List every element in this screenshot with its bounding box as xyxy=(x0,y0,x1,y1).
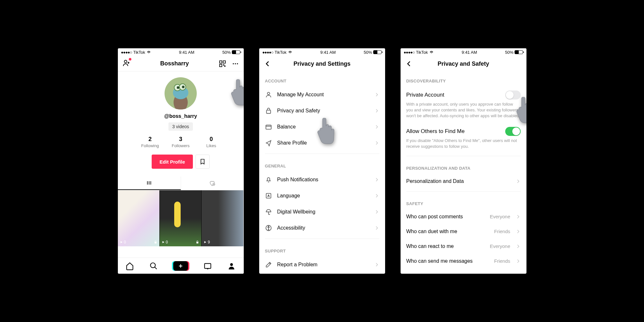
tab-liked[interactable] xyxy=(181,176,244,190)
chevron-right-icon xyxy=(374,140,379,146)
page-title: Bossharry xyxy=(160,60,189,67)
chevron-right-icon xyxy=(374,193,379,198)
wifi-icon xyxy=(288,50,292,54)
play-icon xyxy=(162,241,165,244)
carrier-label: TikTok xyxy=(133,50,145,55)
likes-stat[interactable]: 0Likes xyxy=(196,136,227,148)
nav-profile[interactable] xyxy=(227,261,236,270)
row-share-profile[interactable]: Share Profile xyxy=(259,135,385,151)
nav-home[interactable] xyxy=(125,261,134,270)
row-who-message[interactable]: Who can send me messagesFriends xyxy=(401,254,526,269)
play-icon xyxy=(120,241,123,244)
clock: 9:41 AM xyxy=(320,50,336,55)
nav-inbox[interactable] xyxy=(203,261,212,270)
row-accessibility[interactable]: Accessibility xyxy=(259,220,385,236)
svg-rect-5 xyxy=(224,65,226,67)
wifi-icon xyxy=(147,50,151,54)
svg-rect-22 xyxy=(266,110,270,113)
battery-icon xyxy=(515,50,523,54)
row-who-react[interactable]: Who can react to meEveryone xyxy=(401,239,526,254)
svg-point-20 xyxy=(230,263,233,266)
svg-rect-1 xyxy=(220,61,222,63)
lock-icon xyxy=(195,240,199,244)
svg-rect-17 xyxy=(196,242,198,243)
svg-point-7 xyxy=(235,63,236,64)
private-account-toggle[interactable] xyxy=(505,90,521,99)
avatar[interactable] xyxy=(165,77,197,109)
signal-dots: ●●●●○ xyxy=(121,50,132,55)
row-who-comment[interactable]: Who can post commentsEveryone xyxy=(401,209,526,224)
row-manage-account[interactable]: Manage My Account xyxy=(259,87,385,103)
edit-profile-button[interactable]: Edit Profile xyxy=(152,155,193,169)
find-me-toggle[interactable] xyxy=(505,127,521,136)
row-digital-wellbeing[interactable]: Digital Wellbeing xyxy=(259,204,385,220)
chevron-right-icon xyxy=(374,209,379,214)
video-thumb[interactable]: 0 xyxy=(160,190,202,246)
nav-create[interactable] xyxy=(173,261,188,271)
lock-icon xyxy=(154,240,157,244)
row-report-problem[interactable]: Report a Problem xyxy=(259,257,385,273)
nav-search[interactable] xyxy=(149,261,158,270)
pencil-icon xyxy=(265,261,272,268)
divider xyxy=(265,239,379,239)
plus-icon xyxy=(178,263,184,269)
section-general: GENERAL xyxy=(259,156,385,172)
qr-icon[interactable] xyxy=(219,60,226,67)
row-who-duet[interactable]: Who can duet with meFriends xyxy=(401,224,526,239)
heart-lock-icon xyxy=(209,180,215,186)
profile-actions: Edit Profile xyxy=(152,155,209,169)
find-me-label: Allow Others to Find Me xyxy=(406,128,465,135)
video-thumb[interactable]: 9 xyxy=(202,190,243,246)
section-personalization: PERSONALIZATION AND DATA xyxy=(401,159,526,174)
svg-rect-19 xyxy=(204,263,211,268)
page-title: Privacy and Safety xyxy=(438,61,489,67)
video-grid: 0 0 9 xyxy=(118,190,244,246)
more-icon[interactable] xyxy=(232,60,239,67)
battery-icon xyxy=(232,50,240,54)
video-thumb[interactable]: 0 xyxy=(118,190,160,246)
row-privacy-safety[interactable]: Privacy and Safety xyxy=(259,103,385,119)
add-friend-button[interactable] xyxy=(122,59,130,68)
svg-rect-4 xyxy=(223,64,224,65)
bookmark-icon xyxy=(199,158,206,165)
umbrella-icon xyxy=(265,208,272,215)
row-push-notifications[interactable]: Push Notifications xyxy=(259,172,385,188)
page-title: Privacy and Settings xyxy=(293,61,350,67)
back-button[interactable] xyxy=(264,60,271,68)
divider xyxy=(265,154,379,154)
section-account: ACCOUNT xyxy=(259,71,385,87)
row-personalization[interactable]: Personalization and Data xyxy=(401,174,526,189)
chevron-right-icon xyxy=(516,229,521,234)
divider xyxy=(406,191,521,192)
followers-stat[interactable]: 3Followers xyxy=(166,136,196,148)
privacy-nav: Privacy and Safety xyxy=(401,56,526,71)
following-stat[interactable]: 2Following xyxy=(135,136,166,148)
svg-rect-2 xyxy=(223,61,225,63)
add-user-icon xyxy=(122,59,130,67)
private-account-desc: With a private account, only users you a… xyxy=(406,101,521,119)
row-private-account: Private Account With a private account, … xyxy=(401,87,526,123)
svg-point-6 xyxy=(233,63,234,64)
svg-rect-16 xyxy=(155,242,156,243)
battery-pct: 50% xyxy=(222,50,231,55)
row-language[interactable]: Language xyxy=(259,188,385,204)
language-icon xyxy=(265,192,272,199)
svg-point-13 xyxy=(177,86,179,89)
back-button[interactable] xyxy=(405,60,413,68)
row-find-me: Allow Others to Find Me If you disable "… xyxy=(401,123,526,153)
bookmark-button[interactable] xyxy=(195,155,210,169)
username: @boss_harry xyxy=(164,113,197,119)
wifi-icon xyxy=(429,50,434,54)
row-balance[interactable]: Balance xyxy=(259,119,385,135)
avatar-art xyxy=(165,77,197,109)
tab-posts[interactable] xyxy=(118,176,181,190)
section-safety: SAFETY xyxy=(401,194,526,209)
section-support: SUPPORT xyxy=(259,242,385,257)
svg-point-14 xyxy=(182,86,185,88)
content-tabs xyxy=(118,176,244,190)
svg-rect-23 xyxy=(266,125,271,129)
phone-privacy: ●●●●○TikTok 9:41 AM 50% Privacy and Safe… xyxy=(401,48,526,274)
svg-point-26 xyxy=(268,226,269,227)
chevron-right-icon xyxy=(374,225,379,231)
status-bar: ●●●●○TikTok 9:41 AM 50% xyxy=(401,48,526,56)
